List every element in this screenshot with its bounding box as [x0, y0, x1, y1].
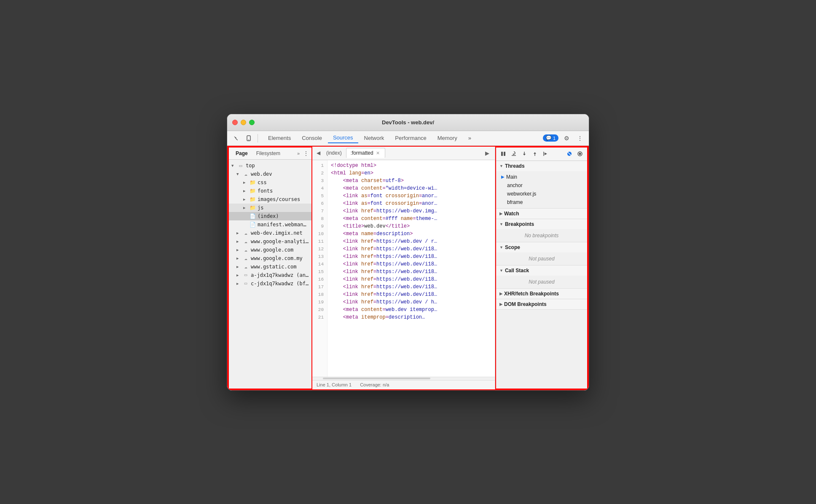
code-editor[interactable]: 1 2 3 4 5 6 7 8 9 10 11 12 13 14 15 16 1 — [312, 160, 495, 377]
tab-close-icon[interactable]: ✕ — [375, 150, 381, 156]
tree-item-analytics[interactable]: ▶ ☁ www.google-analytics.c… — [229, 237, 311, 246]
dom-breakpoints-header[interactable]: ▶ DOM Breakpoints — [496, 299, 587, 309]
thread-bframe[interactable]: bframe — [499, 198, 584, 206]
stop-button[interactable] — [575, 149, 585, 158]
horizontal-scrollbar[interactable] — [312, 377, 495, 380]
tree-item-imgix[interactable]: ▶ ☁ web-dev.imgix.net — [229, 229, 311, 237]
scope-label: Scope — [505, 244, 520, 250]
tree-item-css[interactable]: ▶ 📁 css — [229, 178, 311, 187]
scrollbar-thumb[interactable] — [323, 378, 430, 379]
section-arrow: ▼ — [499, 245, 503, 249]
code-line-16: <link href=https://web.dev/i18… — [331, 276, 491, 283]
editor-prev-button[interactable]: ◀ — [315, 149, 322, 157]
run-script-button[interactable]: ▶ — [482, 148, 492, 158]
main-content: Page Filesystem » ⋮ ▼ ▭ top ▼ ☁ web.d — [227, 146, 589, 390]
tab-console[interactable]: Console — [297, 133, 327, 143]
breakpoints-content: No breakpoints — [496, 229, 587, 242]
tree-arrow: ▶ — [236, 265, 242, 269]
tab-page[interactable]: Page — [231, 149, 252, 158]
thread-label: anchor — [507, 182, 523, 188]
tab-memory[interactable]: Memory — [432, 133, 462, 143]
code-line-7: <link href=https://web-dev.img… — [331, 207, 491, 215]
editor-status: Line 1, Column 1 Coverage: n/a — [312, 380, 495, 389]
tree-arrow: ▶ — [236, 239, 242, 244]
tree-item-index[interactable]: 📄 (index) — [229, 212, 311, 220]
code-line-2: <html lang=en> — [331, 169, 491, 177]
svg-rect-4 — [504, 152, 505, 156]
call-stack-content: Not paused — [496, 276, 587, 288]
chat-badge[interactable]: 💬 1 — [543, 134, 558, 142]
editor-tab-index[interactable]: (index) — [322, 148, 346, 158]
section-arrow: ▶ — [499, 292, 502, 296]
inspector-icon[interactable] — [231, 133, 242, 144]
tree-item-bframe[interactable]: ▶ ▭ c-jdx1q7kwadwz (bfram… — [229, 279, 311, 288]
breakpoints-header[interactable]: ▼ Breakpoints — [496, 219, 587, 229]
watch-header[interactable]: ▶ Watch — [496, 209, 587, 219]
main-toolbar: Elements Console Sources Network Perform… — [227, 131, 589, 146]
tab-sources[interactable]: Sources — [328, 133, 358, 143]
line-numbers: 1 2 3 4 5 6 7 8 9 10 11 12 13 14 15 16 1 — [312, 160, 327, 377]
xhr-breakpoints-header[interactable]: ▶ XHR/fetch Breakpoints — [496, 289, 587, 299]
scope-header[interactable]: ▼ Scope — [496, 242, 587, 252]
xhr-breakpoints-section: ▶ XHR/fetch Breakpoints — [496, 289, 587, 299]
tree-item-fonts[interactable]: ▶ 📁 fonts — [229, 187, 311, 195]
file-icon: 📄 — [249, 221, 256, 228]
tree-label: manifest.webmanifest — [258, 222, 309, 228]
tree-item-js[interactable]: ▶ 📁 js — [229, 204, 311, 212]
thread-anchor[interactable]: anchor — [499, 181, 584, 190]
tab-network[interactable]: Network — [359, 133, 389, 143]
debugger-toolbar — [496, 147, 587, 161]
step-over-button[interactable] — [509, 149, 518, 158]
code-line-21: <meta itemprop=description… — [331, 314, 491, 321]
mobile-icon[interactable] — [243, 133, 254, 144]
threads-section: ▼ Threads ▶ Main anchor webworker.js — [496, 161, 587, 209]
right-panel-scroll[interactable]: ▼ Threads ▶ Main anchor webworker.js — [496, 161, 587, 389]
tree-item-anchor-frame[interactable]: ▶ ▭ a-jdx1q7kwadwz (anch… — [229, 271, 311, 279]
maximize-button[interactable] — [249, 120, 255, 125]
dom-breakpoints-label: DOM Breakpoints — [504, 301, 547, 307]
close-button[interactable] — [232, 120, 238, 125]
tree-item-google-my[interactable]: ▶ ☁ www.google.com.my — [229, 254, 311, 263]
call-stack-label: Call Stack — [505, 268, 529, 273]
code-line-8: <meta content=#fff name=theme-… — [331, 215, 491, 223]
thread-label: Main — [506, 174, 517, 180]
tab-filesystem[interactable]: Filesystem — [252, 149, 285, 158]
tree-item-manifest[interactable]: 📄 manifest.webmanifest — [229, 220, 311, 229]
tab-elements[interactable]: Elements — [263, 133, 296, 143]
step-into-button[interactable] — [520, 149, 529, 158]
cloud-icon: ☁ — [242, 255, 249, 262]
editor-tabs: ◀ (index) :formatted ✕ ▶ — [312, 147, 495, 160]
code-line-13: <link href=https://web.dev/i18… — [331, 253, 491, 260]
tree-item-google[interactable]: ▶ ☁ www.google.com — [229, 246, 311, 254]
thread-label: webworker.js — [507, 191, 536, 197]
step-out-button[interactable] — [530, 149, 540, 158]
threads-header[interactable]: ▼ Threads — [496, 161, 587, 171]
panel-menu-icon[interactable]: ⋮ — [303, 150, 309, 157]
thread-main[interactable]: ▶ Main — [499, 173, 584, 181]
tab-more[interactable]: » — [463, 133, 476, 143]
deactivate-breakpoints-button[interactable] — [565, 149, 574, 158]
tab-performance[interactable]: Performance — [390, 133, 431, 143]
tree-item-webdev[interactable]: ▼ ☁ web.dev — [229, 170, 311, 178]
frame-icon: ▭ — [242, 280, 249, 287]
code-line-10: <meta name=description> — [331, 230, 491, 238]
continue-button[interactable] — [541, 149, 550, 158]
tree-item-gstatic[interactable]: ▶ ☁ www.gstatic.com — [229, 263, 311, 271]
xhr-breakpoints-label: XHR/fetch Breakpoints — [504, 291, 559, 297]
cloud-icon: ☁ — [242, 247, 249, 253]
coverage-status: Coverage: n/a — [360, 382, 389, 387]
more-options-icon[interactable]: ⋮ — [574, 133, 585, 144]
pause-button[interactable] — [499, 149, 508, 158]
tree-item-top[interactable]: ▼ ▭ top — [229, 161, 311, 170]
editor-tab-formatted[interactable]: :formatted ✕ — [346, 148, 385, 158]
thread-webworker[interactable]: webworker.js — [499, 190, 584, 198]
cloud-icon: ☁ — [242, 171, 249, 177]
call-stack-header[interactable]: ▼ Call Stack — [496, 265, 587, 276]
code-line-17: <link href=https://web.dev/i18… — [331, 283, 491, 291]
no-breakpoints-text: No breakpoints — [499, 231, 584, 240]
badge-count: 1 — [553, 136, 556, 141]
more-tabs-button[interactable]: » — [297, 151, 300, 156]
minimize-button[interactable] — [241, 120, 246, 125]
settings-icon[interactable]: ⚙ — [561, 133, 572, 144]
tree-item-images[interactable]: ▶ 📁 images/courses — [229, 195, 311, 204]
